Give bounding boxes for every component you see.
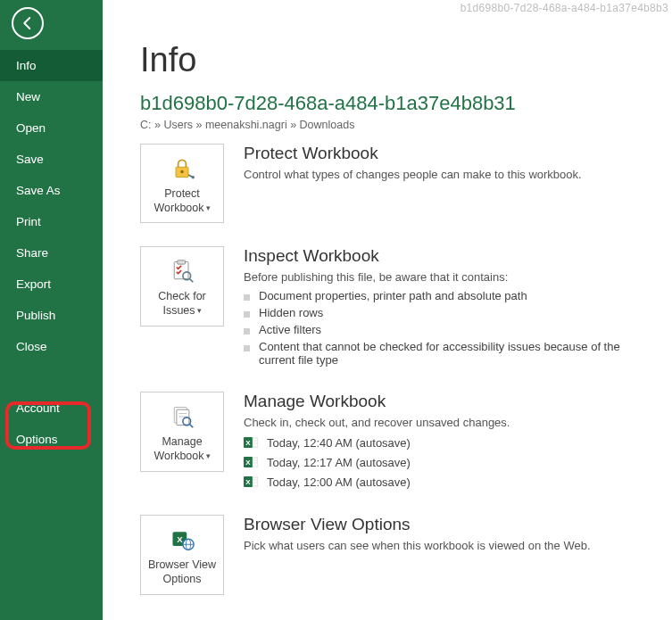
svg-line-12 (190, 425, 194, 428)
check-for-issues-button[interactable]: Check for Issues▾ (140, 246, 224, 326)
version-item[interactable]: XToday, 12:00 AM (autosave) (244, 472, 654, 492)
lock-icon (145, 153, 219, 184)
svg-rect-15 (253, 438, 258, 447)
section-inspect: Check for Issues▾ Inspect Workbook Befor… (140, 246, 672, 368)
svg-text:X: X (245, 439, 251, 447)
version-item[interactable]: XToday, 12:40 AM (autosave) (244, 433, 654, 452)
window-title-fragment: b1d698b0-7d28-468a-a484-b1a37e4b8b3 (460, 2, 668, 14)
bullet-text: Active filters (259, 323, 321, 336)
svg-text:X: X (177, 534, 183, 544)
section-browser-view: X Browser View Options Browser View Opti… (140, 515, 672, 594)
manage-title: Manage Workbook (244, 392, 654, 411)
sidebar-item-info[interactable]: Info (0, 50, 103, 81)
manage-desc: Check in, check out, and recover unsaved… (244, 416, 654, 429)
excel-globe-icon: X (145, 525, 219, 555)
dropdown-caret-icon: ▾ (206, 203, 211, 212)
browser-title: Browser View Options (244, 515, 654, 534)
version-item[interactable]: XToday, 12:17 AM (autosave) (244, 452, 654, 472)
sidebar-item-save-as[interactable]: Save As (0, 175, 103, 206)
browser-button-label: Browser View Options (148, 558, 216, 585)
svg-point-1 (180, 170, 184, 174)
sidebar-item-new[interactable]: New (0, 81, 103, 112)
checklist-icon (145, 256, 219, 286)
bullet-square-icon (244, 345, 250, 351)
inspect-desc: Before publishing this file, be aware th… (244, 270, 654, 284)
version-list: XToday, 12:40 AM (autosave)XToday, 12:17… (244, 433, 654, 492)
document-name[interactable]: b1d698b0-7d28-468a-a484-b1a37e4b8b31 (140, 92, 672, 115)
protect-workbook-button[interactable]: Protect Workbook▾ (140, 144, 224, 223)
version-label: Today, 12:17 AM (autosave) (267, 456, 411, 469)
excel-file-icon: X (244, 455, 258, 469)
inspect-title: Inspect Workbook (244, 246, 654, 266)
excel-file-icon: X (244, 475, 258, 489)
sidebar-item-print[interactable]: Print (0, 206, 103, 237)
bullet-text: Document properties, printer path and ab… (259, 289, 527, 302)
svg-rect-20 (253, 458, 258, 467)
bullet-text: Hidden rows (259, 306, 323, 319)
main-panel: b1d698b0-7d28-468a-a484-b1a37e4b8b3 Info… (103, 0, 672, 620)
bullet-square-icon (244, 294, 250, 301)
svg-line-6 (190, 279, 194, 283)
document-search-icon (145, 401, 219, 432)
dropdown-caret-icon: ▾ (206, 451, 211, 460)
sidebar-item-open[interactable]: Open (0, 112, 103, 144)
bullet-text: Content that cannot be checked for acces… (259, 340, 654, 367)
inspect-bullet-item: Hidden rows (244, 304, 654, 321)
back-arrow-icon (20, 15, 36, 31)
protect-button-label: Protect Workbook (153, 187, 203, 214)
version-label: Today, 12:00 AM (autosave) (267, 475, 411, 489)
sidebar-item-publish[interactable]: Publish (0, 300, 103, 331)
browser-view-options-button[interactable]: X Browser View Options (140, 515, 224, 594)
svg-rect-4 (178, 260, 186, 264)
section-manage: Manage Workbook▾ Manage Workbook Check i… (140, 392, 672, 492)
sidebar-item-export[interactable]: Export (0, 269, 103, 300)
section-protect: Protect Workbook▾ Protect Workbook Contr… (140, 144, 672, 223)
version-label: Today, 12:40 AM (autosave) (267, 436, 411, 450)
protect-title: Protect Workbook (244, 144, 654, 163)
svg-rect-25 (253, 477, 258, 486)
inspect-bullet-item: Active filters (244, 321, 654, 338)
bullet-square-icon (244, 311, 250, 318)
manage-button-label: Manage Workbook (153, 435, 203, 462)
svg-text:X: X (245, 478, 251, 486)
dropdown-caret-icon: ▾ (197, 306, 202, 315)
page-title: Info (140, 41, 672, 79)
protect-desc: Control what types of changes people can… (244, 168, 654, 181)
backstage-sidebar: InfoNewOpenSaveSave AsPrintShareExportPu… (0, 0, 103, 620)
sidebar-item-save[interactable]: Save (0, 144, 103, 175)
back-button[interactable] (12, 7, 44, 39)
inspect-bullet-item: Content that cannot be checked for acces… (244, 338, 654, 368)
sidebar-item-account[interactable]: Account (0, 393, 103, 424)
svg-point-2 (192, 176, 195, 179)
inspect-bullet-item: Document properties, printer path and ab… (244, 287, 654, 304)
bullet-square-icon (244, 328, 250, 335)
sidebar-item-options[interactable]: Options (0, 424, 103, 455)
manage-workbook-button[interactable]: Manage Workbook▾ (140, 392, 224, 471)
inspect-bullet-list: Document properties, printer path and ab… (244, 287, 654, 368)
browser-desc: Pick what users can see when this workbo… (244, 539, 654, 552)
sidebar-item-share[interactable]: Share (0, 237, 103, 269)
svg-text:X: X (245, 459, 251, 467)
document-path[interactable]: C: » Users » meenakshi.nagri » Downloads (140, 119, 672, 131)
excel-file-icon: X (244, 435, 258, 450)
sidebar-item-close[interactable]: Close (0, 331, 103, 362)
